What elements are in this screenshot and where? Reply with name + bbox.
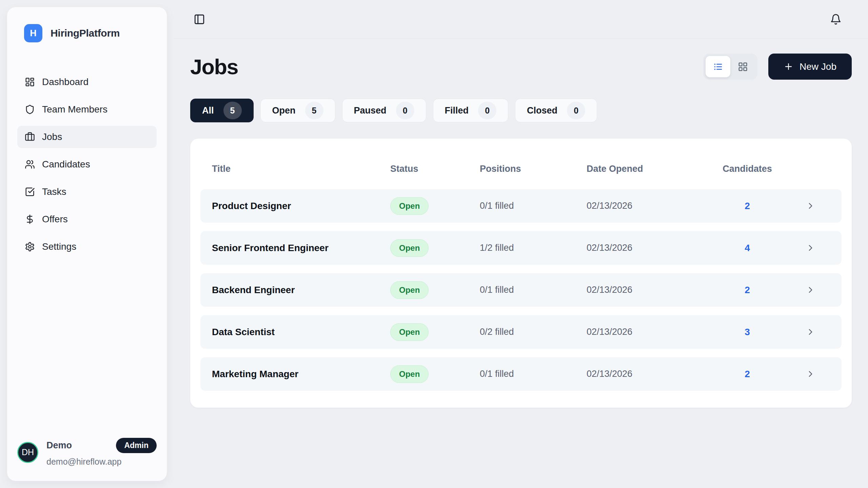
date-opened-cell: 02/13/2026 [587, 327, 704, 337]
bell-icon [830, 14, 842, 25]
panel-left-icon [194, 14, 205, 25]
column-status: Status [390, 164, 480, 174]
brand-name: HiringPlatform [51, 27, 120, 39]
sidebar-item-tasks[interactable]: Tasks [17, 181, 157, 203]
layout-dashboard-icon [25, 77, 35, 87]
user-info: Demo Admin demo@hireflow.app [46, 438, 157, 467]
job-title: Backend Engineer [212, 285, 390, 296]
grid-view-button[interactable] [730, 56, 755, 77]
status-badge: Open [390, 197, 429, 215]
table-row[interactable]: Backend Engineer Open 0/1 filled 02/13/2… [200, 273, 842, 307]
date-opened-cell: 02/13/2026 [587, 369, 704, 379]
positions-cell: 0/1 filled [480, 369, 587, 379]
filter-count-badge: 5 [305, 102, 323, 119]
chevron-right-icon [806, 369, 815, 379]
user-name: Demo [46, 440, 72, 451]
date-opened-cell: 02/13/2026 [587, 201, 704, 211]
column-date-opened: Date Opened [587, 164, 704, 174]
sidebar-item-label: Tasks [42, 186, 66, 197]
briefcase-icon [25, 132, 35, 142]
chevron-right-icon [806, 327, 815, 337]
dollar-sign-icon [25, 214, 35, 224]
candidates-count-link[interactable]: 2 [704, 285, 791, 296]
sidebar-item-label: Jobs [42, 131, 62, 142]
sidebar-item-label: Dashboard [42, 77, 88, 87]
candidates-count-link[interactable]: 2 [704, 369, 791, 380]
brand-initial: H [30, 28, 37, 39]
positions-cell: 0/2 filled [480, 327, 587, 337]
job-title: Marketing Manager [212, 369, 390, 380]
filter-tab-all[interactable]: All 5 [190, 99, 254, 122]
brand: H HiringPlatform [17, 21, 157, 46]
table-row[interactable]: Product Designer Open 0/1 filled 02/13/2… [200, 189, 842, 223]
column-positions: Positions [480, 164, 587, 174]
filter-count-badge: 0 [478, 102, 496, 119]
date-opened-cell: 02/13/2026 [587, 243, 704, 253]
status-badge: Open [390, 281, 429, 299]
filter-count-badge: 0 [567, 102, 585, 119]
settings-icon [25, 242, 35, 252]
sidebar-item-label: Candidates [42, 159, 90, 170]
shield-icon [25, 104, 35, 115]
sidebar-toggle-button[interactable] [194, 14, 205, 25]
candidates-count-link[interactable]: 4 [704, 243, 791, 253]
users-icon [25, 159, 35, 169]
header-controls: New Job [703, 54, 852, 80]
filter-tab-paused[interactable]: Paused 0 [342, 99, 426, 122]
sidebar-item-label: Offers [42, 214, 68, 225]
list-icon [713, 62, 723, 72]
sidebar-item-label: Settings [42, 241, 76, 252]
chevron-right-icon [806, 201, 815, 211]
sidebar-item-jobs[interactable]: Jobs [17, 126, 157, 148]
notifications-button[interactable] [830, 14, 842, 25]
job-title: Data Scientist [212, 327, 390, 338]
table-row[interactable]: Data Scientist Open 0/2 filled 02/13/202… [200, 315, 842, 349]
status-badge: Open [390, 323, 429, 341]
sidebar-item-dashboard[interactable]: Dashboard [17, 71, 157, 93]
brand-logo: H [24, 24, 42, 42]
page-title: Jobs [190, 55, 238, 79]
main-content: Jobs New Job All 5 Ope [174, 39, 868, 488]
layout-grid-icon [738, 62, 748, 72]
filter-label: Open [272, 105, 296, 116]
role-badge: Admin [116, 438, 157, 453]
check-square-icon [25, 187, 35, 197]
chevron-right-icon [806, 243, 815, 253]
chevron-right-icon [806, 285, 815, 295]
page-header: Jobs New Job [190, 54, 852, 80]
sidebar-item-team-members[interactable]: Team Members [17, 98, 157, 121]
jobs-table-card: Title Status Positions Date Opened Candi… [190, 139, 852, 408]
sidebar-item-label: Team Members [42, 104, 107, 115]
filter-count-badge: 5 [223, 102, 242, 119]
filter-tab-open[interactable]: Open 5 [260, 99, 335, 122]
new-job-button[interactable]: New Job [768, 54, 852, 80]
view-toggle [703, 54, 757, 80]
sidebar-item-offers[interactable]: Offers [17, 208, 157, 230]
positions-cell: 0/1 filled [480, 285, 587, 295]
status-badge: Open [390, 365, 429, 383]
candidates-count-link[interactable]: 2 [704, 201, 791, 211]
positions-cell: 0/1 filled [480, 201, 587, 211]
filter-label: Closed [527, 105, 557, 116]
avatar: DH [17, 442, 38, 463]
column-candidates: Candidates [704, 164, 791, 174]
filter-tab-filled[interactable]: Filled 0 [433, 99, 509, 122]
column-title: Title [212, 164, 390, 174]
sidebar-item-settings[interactable]: Settings [17, 236, 157, 258]
sidebar: H HiringPlatform Dashboard Team Members … [7, 7, 167, 481]
job-title: Senior Frontend Engineer [212, 243, 390, 253]
table-row[interactable]: Marketing Manager Open 0/1 filled 02/13/… [200, 357, 842, 391]
filter-tab-closed[interactable]: Closed 0 [515, 99, 597, 122]
sidebar-item-candidates[interactable]: Candidates [17, 153, 157, 176]
candidates-count-link[interactable]: 3 [704, 327, 791, 338]
table-row[interactable]: Senior Frontend Engineer Open 1/2 filled… [200, 231, 842, 265]
user-email: demo@hireflow.app [46, 457, 157, 467]
plus-icon [784, 62, 793, 72]
positions-cell: 1/2 filled [480, 243, 587, 253]
topbar [174, 0, 868, 39]
table-header-row: Title Status Positions Date Opened Candi… [200, 164, 842, 174]
list-view-button[interactable] [706, 56, 730, 77]
status-badge: Open [390, 239, 429, 257]
filter-label: Paused [354, 105, 387, 116]
user-card[interactable]: DH Demo Admin demo@hireflow.app [17, 438, 157, 467]
